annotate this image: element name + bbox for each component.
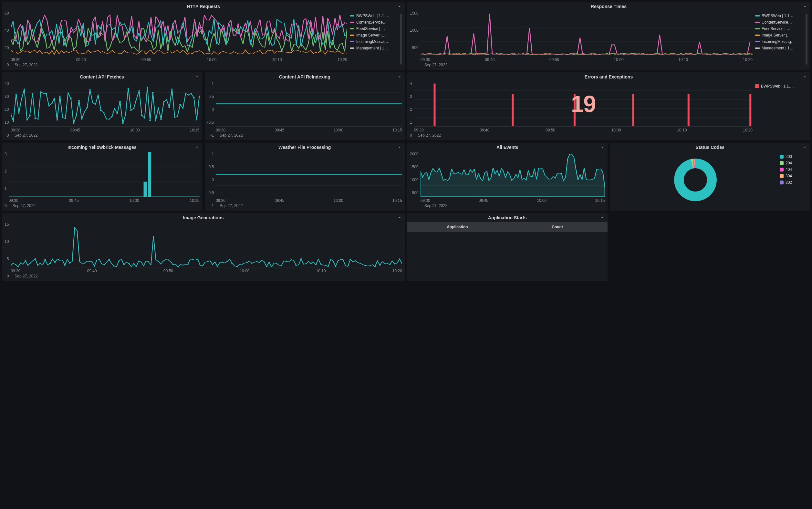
donut-chart[interactable] (613, 152, 779, 208)
panel-title[interactable]: Status Codes (696, 145, 724, 150)
panel-menu-button[interactable] (397, 215, 402, 221)
svg-point-128 (118, 260, 120, 261)
y-axis: 2000 1500 1000 500 (410, 152, 420, 208)
svg-point-144 (197, 259, 199, 260)
panel-title[interactable]: Errors and Exceptions (585, 74, 633, 79)
chart-plot[interactable] (9, 152, 200, 197)
svg-point-9 (12, 121, 14, 122)
svg-point-153 (241, 264, 243, 265)
panel-menu-button[interactable] (600, 145, 605, 151)
svg-point-166 (305, 263, 307, 264)
chart-plot[interactable] (216, 152, 402, 197)
chart-plot[interactable]: 19 (414, 81, 752, 127)
svg-point-151 (232, 263, 233, 264)
y-axis: 3 2 1 0 (4, 152, 9, 208)
svg-point-55 (139, 91, 140, 92)
panel-menu-button[interactable] (600, 215, 605, 221)
panel-menu-button[interactable] (802, 4, 808, 10)
panel-title[interactable]: Response TImes (591, 4, 627, 9)
svg-point-44 (108, 118, 110, 120)
chart-plot[interactable] (420, 152, 605, 197)
legend-item[interactable]: 302 (780, 180, 806, 185)
svg-point-176 (354, 260, 356, 261)
svg-point-156 (256, 261, 258, 262)
svg-point-132 (138, 261, 139, 262)
svg-point-107 (15, 264, 16, 265)
svg-point-123 (94, 266, 95, 266)
panel-menu-button[interactable] (397, 145, 402, 151)
svg-point-182 (384, 263, 386, 264)
legend-swatch (350, 47, 354, 49)
table-column-header[interactable]: Count (507, 222, 608, 232)
svg-point-114 (49, 263, 51, 264)
legend-item[interactable]: Management | 1… (350, 46, 401, 50)
chart-plot[interactable] (420, 11, 752, 56)
chart-plot[interactable] (11, 81, 199, 127)
panel-title[interactable]: Content API ReIndexing (279, 74, 330, 79)
x-axis-date: Sep 27, 2022 (420, 62, 752, 67)
panel-menu-button[interactable] (397, 4, 402, 10)
panel-title[interactable]: HTTP Requests (187, 4, 220, 9)
chart-plot[interactable] (216, 81, 402, 127)
svg-point-167 (310, 263, 312, 264)
legend-item[interactable]: FeedService | … (350, 27, 401, 31)
x-axis: 09:30 09:45 10:00 10:15 (420, 197, 605, 203)
legend-item[interactable]: 304 (780, 174, 806, 178)
svg-point-11 (18, 113, 20, 114)
panel-menu-button[interactable] (802, 74, 808, 80)
panel-title[interactable]: Incoming Yellowbrick Messages (68, 145, 137, 150)
svg-point-47 (116, 113, 118, 114)
svg-point-77 (199, 96, 200, 97)
panel-menu-button[interactable] (397, 74, 402, 80)
panel-title[interactable]: Application Starts (488, 215, 527, 220)
svg-point-35 (83, 111, 85, 112)
x-axis-date: Sep 27, 2022 (11, 62, 347, 67)
legend-item[interactable]: ContentService… (755, 20, 806, 25)
panel-menu-button[interactable] (195, 145, 200, 151)
table-column-header[interactable]: Application (407, 222, 507, 232)
legend-swatch (755, 22, 760, 23)
y-axis: 1500 1000 500 (410, 11, 420, 67)
svg-point-40 (98, 94, 99, 95)
chevron-down-icon (195, 74, 200, 79)
legend-item[interactable]: Image Server |… (350, 33, 401, 37)
y-axis: 1 0.5 0 -0.5 -1 (207, 81, 216, 138)
panel-title[interactable]: Weather File Processing (278, 145, 331, 150)
svg-point-34 (81, 118, 83, 120)
x-axis-date: Sep 27, 2022 (11, 132, 199, 138)
x-axis-date: Sep 27, 2022 (9, 203, 200, 208)
svg-point-13 (24, 89, 25, 90)
svg-point-129 (123, 264, 125, 265)
legend-item[interactable]: ContentService… (350, 20, 401, 25)
svg-point-17 (35, 118, 36, 119)
legend-item[interactable]: BWPSWeb | 1.1…. (350, 13, 401, 18)
panel-menu-button[interactable] (802, 145, 808, 151)
svg-point-16 (32, 93, 33, 94)
legend-scrollbar[interactable] (400, 13, 402, 65)
svg-point-170 (325, 265, 327, 266)
legend-item[interactable]: Management | 1… (755, 46, 806, 50)
legend-item[interactable]: IncomingMessag… (350, 39, 401, 44)
legend-item[interactable]: Image Server |… (755, 33, 806, 37)
legend-item[interactable]: IncomingMessag… (755, 39, 806, 44)
panel-title[interactable]: Image Generations (183, 215, 224, 220)
svg-point-168 (315, 264, 317, 265)
svg-point-111 (35, 259, 36, 259)
legend-item[interactable]: 204 (780, 161, 806, 165)
legend-item[interactable]: FeedService | … (755, 27, 806, 31)
panel-title[interactable]: All Events (497, 145, 518, 150)
legend-item[interactable]: BWPSWeb | 1.1…. (755, 84, 806, 89)
svg-point-125 (103, 265, 105, 266)
legend-item[interactable]: BWPSWeb | 1.1…. (755, 13, 806, 18)
chart-plot[interactable] (11, 11, 347, 56)
panel-menu-button[interactable] (195, 74, 200, 80)
legend-scrollbar[interactable] (806, 13, 808, 65)
svg-point-155 (251, 263, 253, 264)
panel-title[interactable]: Content API Fetches (80, 74, 124, 79)
chart-plot[interactable] (11, 222, 402, 267)
legend-item[interactable]: 404 (780, 167, 806, 172)
svg-point-70 (179, 104, 181, 105)
svg-point-26 (59, 96, 61, 97)
legend-item[interactable]: 200 (780, 155, 806, 159)
svg-point-8 (11, 113, 12, 114)
